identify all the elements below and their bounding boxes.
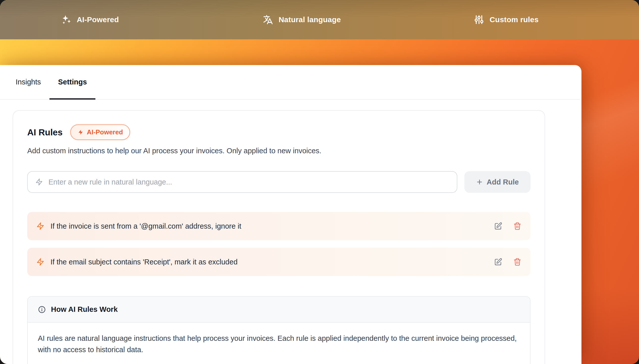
add-rule-button[interactable]: Add Rule [464, 171, 530, 193]
plus-icon [476, 178, 483, 186]
banner-feature-ai-powered: AI-Powered [61, 0, 119, 39]
card-header: AI Rules AI-Powered [27, 124, 530, 140]
translate-icon [262, 14, 274, 25]
info-box-body: AI rules are natural language instructio… [28, 323, 530, 364]
ai-rules-card: AI Rules AI-Powered Add custom instructi… [13, 110, 545, 364]
banner-feature-natural-language: Natural language [262, 0, 341, 39]
bolt-icon [36, 222, 44, 230]
edit-icon [494, 258, 502, 266]
badge-label: AI-Powered [87, 128, 123, 136]
bolt-icon [36, 258, 44, 266]
tab-label: Insights [16, 78, 41, 86]
tab-label: Settings [58, 78, 87, 86]
add-rule-label: Add Rule [487, 178, 519, 186]
sliders-icon [473, 14, 485, 25]
card-description: Add custom instructions to help our AI p… [27, 147, 530, 155]
rule-text: If the invoice is sent from a '@gmail.co… [50, 222, 241, 230]
edit-rule-button[interactable] [494, 222, 502, 230]
rule-input-row: Add Rule [27, 171, 530, 193]
rule-text: If the email subject contains 'Receipt',… [50, 258, 237, 266]
rules-list: If the invoice is sent from a '@gmail.co… [27, 212, 530, 276]
info-box-title: How AI Rules Work [51, 305, 118, 314]
rule-row: If the email subject contains 'Receipt',… [27, 248, 530, 276]
how-ai-rules-work-box: How AI Rules Work AI rules are natural l… [27, 296, 530, 364]
ai-powered-badge: AI-Powered [70, 124, 130, 140]
tab-settings[interactable]: Settings [49, 66, 95, 100]
new-rule-input[interactable] [48, 178, 449, 186]
banner-feature-label: AI-Powered [77, 15, 119, 24]
banner-feature-custom-rules: Custom rules [473, 0, 539, 39]
edit-rule-button[interactable] [494, 258, 502, 266]
trash-icon [513, 258, 521, 266]
delete-rule-button[interactable] [513, 258, 521, 266]
bolt-icon [35, 178, 43, 186]
sparkles-icon [61, 14, 72, 25]
bolt-icon [77, 129, 84, 135]
info-icon [38, 306, 46, 314]
page-title: AI Rules [27, 127, 63, 137]
delete-rule-button[interactable] [513, 222, 521, 230]
rule-row: If the invoice is sent from a '@gmail.co… [27, 212, 530, 240]
banner-feature-label: Custom rules [490, 15, 539, 24]
info-box-text: AI rules are natural language instructio… [38, 333, 520, 355]
rule-input-container [27, 171, 457, 193]
app-window: Insights Settings AI Rules AI-Powered Ad… [0, 65, 581, 364]
trash-icon [513, 222, 521, 230]
edit-icon [494, 222, 502, 230]
tab-insights[interactable]: Insights [7, 66, 49, 100]
info-box-header: How AI Rules Work [28, 297, 530, 323]
banner-feature-label: Natural language [279, 15, 341, 24]
tab-bar: Insights Settings [0, 66, 581, 100]
feature-banner: AI-Powered Natural language Custom rules [0, 0, 639, 39]
screen: AI-Powered Natural language Custom rules… [0, 0, 639, 364]
